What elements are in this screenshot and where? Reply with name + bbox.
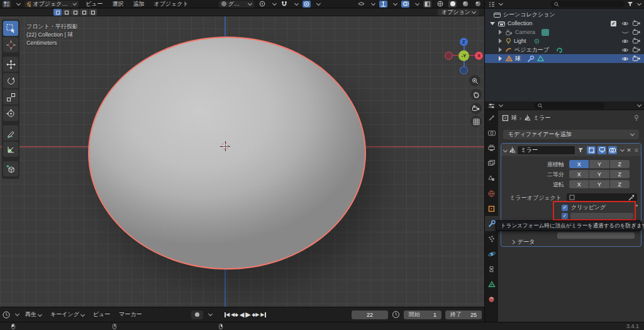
add-modifier-button[interactable]: モディファイアーを追加 — [503, 130, 639, 139]
timeline-editor-icon[interactable] — [3, 311, 10, 319]
add-primitive-tool[interactable] — [3, 161, 18, 176]
shading-solid-icon[interactable] — [448, 1, 457, 8]
move-tool[interactable] — [3, 57, 18, 72]
shading-wireframe-icon[interactable] — [436, 1, 444, 8]
breadcrumb-object[interactable]: 球 — [511, 114, 517, 122]
jump-to-end-button[interactable]: ▶ — [260, 312, 265, 317]
extras-chevron-icon[interactable] — [620, 147, 625, 151]
viewport-3d[interactable]: フロント・平行投影 (22) Collection | 球 Centimeter… — [0, 16, 484, 307]
snap-magnet-icon[interactable] — [280, 1, 289, 8]
select-box-tool[interactable] — [3, 21, 18, 36]
transform-tool[interactable] — [3, 106, 18, 121]
menu-object[interactable]: オブジェクト — [151, 0, 191, 8]
menu-view[interactable]: ビュー — [83, 0, 105, 8]
gizmo-x-axis[interactable]: X — [475, 52, 483, 60]
use-preview-range-icon[interactable] — [392, 310, 400, 319]
camera-restrict-icon[interactable] — [633, 29, 640, 35]
pin-icon[interactable] — [633, 115, 640, 122]
gizmo-minus-y-axis[interactable]: -Y — [458, 50, 469, 61]
outliner-editor-icon[interactable] — [488, 1, 495, 8]
options-button[interactable]: オプション — [438, 9, 479, 16]
bisect-z-button[interactable]: Z — [610, 170, 630, 178]
eyedropper-icon[interactable] — [628, 195, 635, 201]
properties-options-chevron-icon[interactable] — [637, 103, 641, 107]
proportional-chevron-icon[interactable] — [316, 1, 321, 5]
frame-end-field[interactable]: 終了25 — [445, 310, 482, 319]
tab-render[interactable] — [485, 125, 498, 140]
camera-restrict-icon[interactable] — [633, 55, 640, 62]
camera-restrict-icon[interactable] — [633, 38, 640, 44]
xray-toggle-icon[interactable] — [423, 1, 431, 8]
jump-to-start-button[interactable]: ◀ — [225, 312, 230, 317]
visibility-chevron-icon[interactable] — [371, 1, 375, 5]
outliner-row-sphere[interactable]: 球 — [485, 54, 644, 63]
curve-modifier-icon[interactable] — [557, 47, 563, 53]
axis-z-button[interactable]: Z — [610, 160, 630, 168]
flip-z-button[interactable]: Z — [610, 180, 630, 188]
modifier-name-field[interactable]: ミラー — [518, 146, 575, 154]
light-data-icon[interactable] — [534, 38, 540, 44]
data-section-header[interactable]: データ — [511, 238, 535, 246]
next-keyframe-button[interactable]: ◆▶ — [252, 312, 260, 317]
tab-tool[interactable] — [485, 110, 498, 125]
breadcrumb-modifier[interactable]: ミラー — [533, 114, 550, 122]
proportional-edit-icon[interactable] — [303, 1, 311, 8]
flip-x-button[interactable]: X — [569, 180, 589, 188]
gizmos-toggle-icon[interactable] — [379, 1, 387, 8]
timeline-menu-view[interactable]: ビュー — [91, 310, 113, 319]
pivot-chevron-icon[interactable] — [272, 1, 277, 5]
select-mode-intersect-icon[interactable] — [89, 9, 97, 16]
bisect-y-button[interactable]: Y — [589, 170, 609, 178]
auto-keying-button[interactable] — [191, 310, 203, 319]
collection-checkbox[interactable]: ✓ — [611, 21, 616, 26]
shading-material-icon[interactable] — [461, 1, 469, 8]
outliner-row-scene-collection[interactable]: シーンコレクション — [485, 10, 644, 19]
eye-icon[interactable] — [621, 56, 629, 62]
display-realtime-icon[interactable] — [597, 146, 606, 154]
outliner-search-input[interactable] — [550, 1, 625, 8]
select-mode-invert-icon[interactable] — [80, 9, 88, 16]
orientation-dropdown[interactable]: グローバル — [219, 1, 254, 8]
camera-restrict-icon[interactable] — [633, 20, 640, 26]
filter-funnel-icon[interactable] — [627, 1, 633, 7]
editor-type-chevron-icon[interactable] — [16, 1, 21, 5]
outliner-row-collection[interactable]: Collection ✓ — [485, 19, 644, 28]
bisect-x-button[interactable]: X — [569, 170, 589, 178]
snap-chevron-icon[interactable] — [294, 1, 299, 5]
measure-tool[interactable] — [3, 142, 18, 157]
flip-y-button[interactable]: Y — [589, 180, 609, 188]
properties-editor-icon[interactable] — [488, 103, 495, 109]
editor-type-icon[interactable] — [3, 1, 11, 8]
visibility-dropdown-icon[interactable] — [357, 1, 365, 8]
menu-select[interactable]: 選択 — [109, 0, 126, 8]
ortho-grid-icon[interactable] — [470, 116, 482, 127]
tab-scene[interactable] — [485, 171, 498, 186]
zoom-icon[interactable] — [469, 75, 480, 86]
tab-material[interactable] — [485, 292, 498, 307]
overlays-toggle-icon[interactable] — [401, 1, 409, 8]
tab-world[interactable] — [485, 186, 498, 201]
rotate-tool[interactable] — [3, 73, 18, 88]
panel-expand-chevron-icon[interactable] — [503, 147, 508, 152]
play-button[interactable]: ▶ — [245, 310, 250, 319]
eye-icon[interactable] — [621, 38, 629, 44]
camera-restrict-icon[interactable] — [633, 47, 640, 53]
outliner-row-light[interactable]: Light — [485, 37, 644, 45]
show-in-editmode-cage-icon[interactable] — [577, 146, 586, 154]
timeline-menu-keying[interactable]: キーイング — [48, 310, 87, 319]
cursor-tool[interactable] — [3, 37, 18, 52]
select-mode-subtract-icon[interactable] — [71, 9, 79, 16]
pan-hand-icon[interactable] — [470, 89, 482, 100]
outliner-row-curve[interactable]: ベジエカーブ — [485, 45, 644, 54]
timeline-menu-marker[interactable]: マーカー — [116, 310, 144, 319]
tab-view-layer[interactable] — [485, 156, 498, 171]
gizmo-z-axis[interactable]: Z — [460, 38, 468, 46]
prev-keyframe-button[interactable]: ◀◆ — [231, 312, 238, 317]
scale-tool[interactable] — [3, 89, 18, 105]
axis-y-button[interactable]: Y — [589, 160, 609, 168]
pivot-point-icon[interactable] — [258, 1, 267, 8]
eye-closed-icon[interactable] — [621, 30, 629, 35]
tab-particles[interactable] — [485, 231, 498, 246]
play-reverse-button[interactable]: ◀ — [240, 311, 245, 318]
display-render-icon[interactable] — [608, 146, 617, 154]
